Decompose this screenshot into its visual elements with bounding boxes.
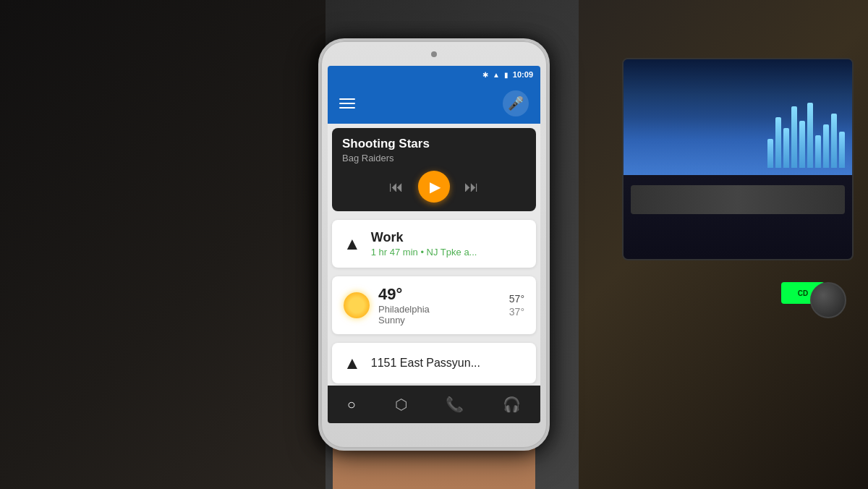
artist-name: Bag Raiders bbox=[342, 153, 526, 163]
phone-camera bbox=[431, 51, 437, 57]
next-button[interactable]: ⏭ bbox=[464, 179, 479, 195]
stereo-bar bbox=[831, 114, 837, 168]
music-card[interactable]: Shooting Stars Bag Raiders ⏮ ▶ ⏭ bbox=[332, 128, 536, 211]
play-button[interactable]: ▶ bbox=[418, 171, 450, 203]
stereo-bar bbox=[815, 135, 821, 168]
weather-range: 57° 37° bbox=[509, 293, 524, 318]
microphone-icon: 🎤 bbox=[508, 95, 524, 111]
stereo-bar bbox=[775, 117, 781, 168]
hand-holding-phone: ✱ ▲ ▮ 10:09 🎤 bbox=[145, 0, 723, 489]
navigation-eta: 1 hr 47 min bbox=[371, 247, 418, 258]
navigation-card[interactable]: ▲ Work 1 hr 47 min • NJ Tpke a... bbox=[332, 220, 536, 268]
sun-icon bbox=[344, 292, 370, 318]
home-icon: ○ bbox=[347, 396, 356, 413]
weather-card[interactable]: 49° Philadelphia Sunny 57° 37° bbox=[332, 276, 536, 334]
previous-button[interactable]: ⏮ bbox=[389, 179, 404, 195]
bottom-navigation-bar: ○ ⬡ 📞 🎧 bbox=[328, 386, 540, 423]
weather-main-info: 49° Philadelphia Sunny bbox=[378, 285, 501, 326]
weather-city: Philadelphia bbox=[378, 304, 501, 315]
phone-side-button[interactable] bbox=[548, 113, 550, 142]
stereo-bar bbox=[839, 132, 845, 168]
navigation-route: NJ Tpke a... bbox=[427, 247, 477, 258]
address-text: 1151 East Passyun... bbox=[371, 357, 480, 370]
navigation-nav-button[interactable]: ⬡ bbox=[389, 390, 413, 419]
audio-nav-button[interactable]: 🎧 bbox=[497, 390, 527, 419]
screen-content: Shooting Stars Bag Raiders ⏮ ▶ ⏭ ▲ bbox=[328, 124, 540, 386]
status-time: 10:09 bbox=[513, 70, 533, 79]
menu-line-2 bbox=[339, 103, 355, 104]
navigation-arrow-icon: ▲ bbox=[344, 234, 361, 254]
navigation-icon: ⬡ bbox=[395, 396, 407, 413]
stereo-bar bbox=[823, 124, 829, 168]
stereo-bar bbox=[791, 106, 797, 168]
menu-line-1 bbox=[339, 98, 355, 100]
song-title: Shooting Stars bbox=[342, 137, 526, 151]
status-bar: ✱ ▲ ▮ 10:09 bbox=[328, 66, 540, 83]
stereo-knob[interactable] bbox=[810, 282, 846, 318]
microphone-button[interactable]: 🎤 bbox=[503, 90, 529, 116]
phone-screen: ✱ ▲ ▮ 10:09 🎤 bbox=[328, 66, 540, 423]
navigation-detail: 1 hr 47 min • NJ Tpke a... bbox=[371, 247, 477, 258]
address-arrow-icon: ▲ bbox=[344, 353, 361, 373]
phone-nav-button[interactable]: 📞 bbox=[440, 390, 469, 419]
address-card[interactable]: ▲ 1151 East Passyun... bbox=[332, 343, 536, 383]
signal-icon: ▲ bbox=[493, 71, 500, 79]
battery-icon: ▮ bbox=[504, 71, 509, 79]
stereo-equalizer bbox=[767, 103, 845, 168]
navigation-destination: Work bbox=[371, 230, 477, 245]
phone-icon: 📞 bbox=[446, 396, 464, 413]
play-icon: ▶ bbox=[430, 178, 441, 195]
stereo-bar bbox=[807, 103, 813, 168]
navigation-info: Work 1 hr 47 min • NJ Tpke a... bbox=[371, 230, 477, 258]
headphones-icon: 🎧 bbox=[503, 396, 521, 413]
stereo-bar bbox=[799, 121, 805, 168]
scene-background: CD ✱ ▲ ▮ 10:09 bbox=[0, 0, 868, 489]
weather-condition: Sunny bbox=[378, 315, 501, 326]
phone: ✱ ▲ ▮ 10:09 🎤 bbox=[318, 38, 550, 451]
stereo-bar bbox=[767, 139, 773, 168]
music-controls: ⏮ ▶ ⏭ bbox=[342, 171, 526, 203]
menu-button[interactable] bbox=[339, 98, 355, 109]
temperature-low: 37° bbox=[509, 306, 524, 318]
top-navigation-bar: 🎤 bbox=[328, 83, 540, 124]
temperature-high: 57° bbox=[509, 293, 524, 305]
stereo-bar bbox=[783, 128, 789, 168]
menu-line-3 bbox=[339, 107, 355, 109]
navigation-separator: • bbox=[420, 247, 426, 258]
home-nav-button[interactable]: ○ bbox=[341, 391, 362, 419]
weather-temperature: 49° bbox=[378, 285, 501, 304]
bluetooth-icon: ✱ bbox=[482, 71, 488, 79]
